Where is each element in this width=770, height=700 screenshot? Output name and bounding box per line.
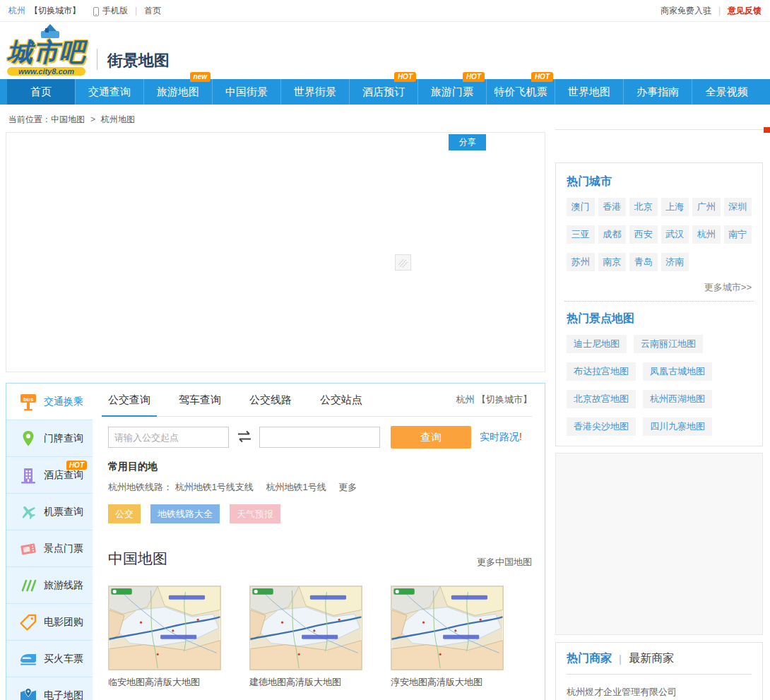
- map-thumbnail-caption: 建德地图高清版大地图: [249, 676, 362, 689]
- tabs-city-name: 杭州: [456, 394, 474, 405]
- sidebar-item-label: 景点门票: [44, 542, 83, 555]
- hot-city-link[interactable]: 香港: [598, 198, 627, 216]
- hot-city-link[interactable]: 杭州: [692, 225, 721, 244]
- feedback-link[interactable]: 意见反馈: [728, 0, 762, 21]
- metro-more-link[interactable]: 更多: [338, 482, 357, 492]
- topbar-home-link[interactable]: 首页: [144, 0, 161, 21]
- attraction-map-link[interactable]: 香港尖沙地图: [567, 417, 636, 436]
- sidebar-item-door-number[interactable]: 门牌查询: [6, 420, 93, 457]
- tabs-switch-city-link[interactable]: 【切换城市】: [477, 394, 532, 405]
- more-cities-link[interactable]: 更多城市>>: [567, 281, 752, 294]
- tab-bus-query[interactable]: 公交查询: [108, 384, 150, 417]
- breadcrumb-china-map[interactable]: 中国地图: [51, 114, 85, 124]
- tab-bus-stops[interactable]: 公交站点: [320, 384, 362, 417]
- merchant-link[interactable]: 杭州煜才企业管理有限公司: [567, 682, 752, 700]
- attraction-map-link[interactable]: 凤凰古城地图: [643, 362, 712, 381]
- bus-tag[interactable]: 公交: [108, 504, 141, 523]
- main-nav: 首页 交通查询 旅游地图new 中国街景 世界街景 酒店预订HOT 旅游门票HO…: [0, 79, 770, 105]
- metro-lines-tag[interactable]: 地铁线路大全: [150, 504, 220, 523]
- nav-item-travel-map[interactable]: 旅游地图new: [144, 79, 213, 105]
- nav-item-world-map[interactable]: 世界地图: [555, 79, 624, 105]
- transit-content: 公交查询 驾车查询 公交线路 公交站点 杭州 【切换城市】: [93, 384, 545, 700]
- nav-item-hotel-booking[interactable]: 酒店预订HOT: [350, 79, 418, 105]
- attraction-map-link[interactable]: 杭州西湖地图: [643, 390, 712, 408]
- nav-item-panorama-video[interactable]: 全景视频: [692, 79, 761, 105]
- hot-city-link[interactable]: 上海: [661, 198, 689, 216]
- sidebar-item-travel-routes[interactable]: 旅游线路: [6, 567, 93, 604]
- nav-item-world-streetview[interactable]: 世界街景: [281, 79, 350, 105]
- sidebar-item-train-tickets[interactable]: 买火车票: [6, 641, 93, 677]
- weather-tag[interactable]: 天气预报: [230, 504, 280, 523]
- live-traffic-link[interactable]: 实时路况!: [480, 431, 522, 444]
- bus-to-input[interactable]: [259, 427, 380, 448]
- hot-city-link[interactable]: 北京: [629, 198, 658, 216]
- map-panel[interactable]: 分享: [6, 132, 545, 372]
- map-thumbnail-caption: 临安地图高清版大地图: [108, 676, 221, 689]
- tab-new-merchants[interactable]: 最新商家: [629, 651, 674, 666]
- mobile-version-link[interactable]: 手机版: [102, 0, 128, 21]
- nav-item-cheap-flights[interactable]: 特价飞机票HOT: [487, 79, 555, 105]
- swap-icon[interactable]: [229, 430, 259, 445]
- attraction-map-link[interactable]: 北京故宫地图: [567, 390, 636, 408]
- site-logo[interactable]: 城市吧 www.city8.com 街景地图: [7, 25, 170, 76]
- merchant-join-link[interactable]: 商家免费入驻: [661, 0, 711, 21]
- hotel-building-icon: [19, 466, 37, 485]
- nav-item-travel-tickets[interactable]: 旅游门票HOT: [418, 79, 487, 105]
- metro-lines-row: 杭州地铁线路： 杭州地铁1号线支线 杭州地铁1号线 更多: [108, 481, 532, 494]
- sidebar-item-e-map[interactable]: 电子地图: [6, 677, 93, 700]
- sidebar-item-attraction-tickets[interactable]: 景点门票: [6, 530, 93, 567]
- breadcrumb-hangzhou-map[interactable]: 杭州地图: [101, 114, 135, 124]
- hot-city-link[interactable]: 青岛: [629, 253, 658, 271]
- hot-city-link[interactable]: 苏州: [567, 253, 595, 271]
- bus-from-input[interactable]: [108, 427, 229, 448]
- map-thumbnail-image: [391, 586, 504, 670]
- query-button[interactable]: 查询: [391, 426, 471, 449]
- sidebar-item-transit[interactable]: bus 交通换乘: [6, 384, 93, 420]
- site-header: 城市吧 www.city8.com 街景地图: [0, 22, 770, 79]
- sidebar-item-hotel[interactable]: 酒店查询 HOT: [6, 457, 93, 494]
- hot-city-link[interactable]: 西安: [629, 225, 658, 244]
- map-thumbnail-caption: 淳安地图高清版大地图: [391, 676, 504, 689]
- attraction-map-link[interactable]: 云南丽江地图: [634, 335, 703, 353]
- sidebar-item-flight[interactable]: 机票查询: [6, 494, 93, 530]
- hot-city-link[interactable]: 武汉: [661, 225, 689, 244]
- route-icon: [19, 576, 37, 595]
- share-button[interactable]: 分享: [449, 134, 486, 150]
- hot-city-link[interactable]: 澳门: [567, 198, 595, 216]
- hot-city-link[interactable]: 济南: [661, 253, 689, 271]
- map-marker-icon: [19, 687, 37, 700]
- hot-city-link[interactable]: 广州: [692, 198, 721, 216]
- map-thumbnail-jiande[interactable]: 建德地图高清版大地图: [249, 586, 362, 689]
- logo-mark: 城市吧 www.city8.com: [7, 25, 85, 76]
- hot-city-link[interactable]: 南京: [598, 253, 627, 271]
- nav-item-home[interactable]: 首页: [7, 79, 76, 105]
- hot-city-link[interactable]: 深圳: [724, 198, 752, 216]
- tab-hot-merchants[interactable]: 热门商家: [567, 651, 612, 666]
- metro-line1-link[interactable]: 杭州地铁1号线: [266, 482, 326, 492]
- map-thumbnail-linan[interactable]: 临安地图高清版大地图: [108, 586, 221, 689]
- metro-line1-branch-link[interactable]: 杭州地铁1号线支线: [175, 482, 254, 492]
- merchants-panel: 热门商家 | 最新商家 杭州煜才企业管理有限公司 杭州偶天婚礼策划 杭州夜大学校…: [555, 642, 763, 700]
- tab-drive-query[interactable]: 驾车查询: [179, 384, 221, 417]
- attraction-map-link[interactable]: 四川九寨地图: [643, 417, 712, 436]
- more-china-maps-link[interactable]: 更多中国地图: [477, 556, 532, 569]
- hot-badge: HOT: [66, 461, 87, 470]
- nav-item-service-guide[interactable]: 办事指南: [624, 79, 692, 105]
- map-thumbnail-chunan[interactable]: 淳安地图高清版大地图: [391, 586, 504, 689]
- nav-item-china-streetview[interactable]: 中国街景: [213, 79, 281, 105]
- sidebar-item-movie-deals[interactable]: 电影团购: [6, 604, 93, 641]
- topbar-city-link[interactable]: 杭州: [8, 0, 25, 21]
- logo-subtitle: 街景地图: [107, 50, 170, 71]
- attraction-map-link[interactable]: 布达拉宫地图: [567, 362, 636, 381]
- hot-city-link[interactable]: 三亚: [567, 225, 595, 244]
- switch-city-link[interactable]: 【切换城市】: [30, 0, 81, 21]
- feedback-widget-notch[interactable]: [764, 127, 770, 133]
- tab-bus-lines[interactable]: 公交线路: [249, 384, 292, 417]
- hot-cities-panel: 热门城市 澳门 香港 北京 上海 广州 深圳 三亚 成都 西安 武汉 杭州 南宁…: [555, 162, 763, 446]
- divider: [555, 129, 764, 130]
- nav-item-transport-query[interactable]: 交通查询: [76, 79, 144, 105]
- attraction-map-link[interactable]: 迪士尼地图: [567, 335, 627, 353]
- hot-city-link[interactable]: 成都: [598, 225, 627, 244]
- nav-item-label: 特价飞机票: [494, 85, 547, 97]
- hot-city-link[interactable]: 南宁: [724, 225, 752, 244]
